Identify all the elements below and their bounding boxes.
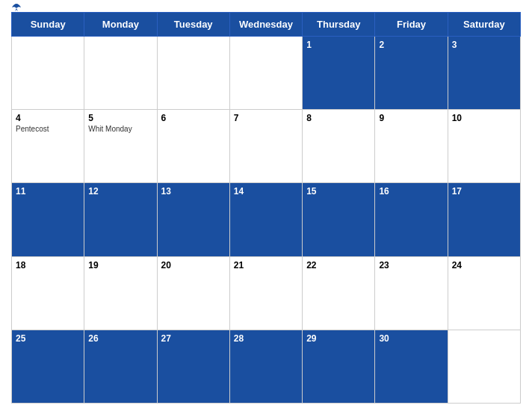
calendar-cell: 25: [12, 330, 84, 403]
day-number: 9: [379, 113, 443, 123]
day-number: 27: [161, 333, 226, 344]
holiday-label: Whit Monday: [88, 125, 152, 133]
day-number: 2: [379, 40, 443, 50]
day-number: 6: [161, 113, 226, 123]
calendar-cell: 10: [448, 110, 520, 183]
calendar-header-row: SundayMondayTuesdayWednesdayThursdayFrid…: [12, 13, 521, 37]
day-number: 19: [88, 260, 152, 271]
day-header-monday: Monday: [84, 13, 157, 37]
calendar-cell: 18: [12, 256, 84, 330]
day-number: 11: [16, 186, 80, 197]
day-header-thursday: Thursday: [303, 13, 375, 37]
calendar-cell: [448, 330, 520, 403]
day-number: 1: [306, 40, 371, 50]
calendar-cell: 12: [84, 183, 157, 256]
calendar-cell: 24: [448, 256, 520, 330]
day-number: 14: [234, 186, 298, 197]
day-number: 16: [379, 186, 443, 197]
day-number: 30: [379, 333, 443, 344]
day-header-sunday: Sunday: [12, 13, 84, 37]
day-number: 7: [234, 113, 298, 123]
logo: [11, 3, 23, 12]
calendar-cell: 17: [448, 183, 520, 256]
calendar-cell: 5Whit Monday: [84, 110, 157, 183]
calendar-cell: 6: [157, 110, 229, 183]
calendar-week-row: 252627282930: [12, 330, 521, 403]
day-number: 25: [16, 333, 80, 344]
day-header-saturday: Saturday: [448, 13, 520, 37]
day-header-wednesday: Wednesday: [229, 13, 302, 37]
logo-blue-container: [11, 3, 23, 12]
calendar-cell: 14: [229, 183, 302, 256]
calendar-cell: 1: [303, 37, 375, 110]
day-number: 17: [452, 186, 516, 197]
calendar-cell: 23: [375, 256, 448, 330]
calendar-cell: [157, 37, 229, 110]
calendar-week-row: 4Pentecost5Whit Monday678910: [12, 110, 521, 183]
day-number: 8: [306, 113, 371, 123]
day-number: 3: [452, 40, 516, 50]
calendar-cell: 8: [303, 110, 375, 183]
calendar-cell: 20: [157, 256, 229, 330]
calendar-cell: 15: [303, 183, 375, 256]
day-number: 5: [88, 113, 152, 123]
calendar-cell: 28: [229, 330, 302, 403]
calendar-cell: [12, 37, 84, 110]
calendar-cell: 9: [375, 110, 448, 183]
day-number: 15: [306, 186, 371, 197]
day-number: 12: [88, 186, 152, 197]
calendar-cell: 30: [375, 330, 448, 403]
day-number: 28: [234, 333, 298, 344]
day-header-tuesday: Tuesday: [157, 13, 229, 37]
day-number: 26: [88, 333, 152, 344]
calendar-cell: 22: [303, 256, 375, 330]
calendar-week-row: 11121314151617: [12, 183, 521, 256]
day-number: 18: [16, 260, 80, 271]
calendar-cell: 27: [157, 330, 229, 403]
day-number: 24: [452, 260, 516, 271]
calendar-cell: 2: [375, 37, 448, 110]
calendar-week-row: 123: [12, 37, 521, 110]
calendar-table: SundayMondayTuesdayWednesdayThursdayFrid…: [11, 12, 521, 404]
calendar-cell: 21: [229, 256, 302, 330]
calendar-cell: 26: [84, 330, 157, 403]
calendar-cell: 29: [303, 330, 375, 403]
days-of-week-row: SundayMondayTuesdayWednesdayThursdayFrid…: [12, 13, 521, 37]
holiday-label: Pentecost: [16, 125, 80, 133]
day-number: 22: [306, 260, 371, 271]
day-number: 20: [161, 260, 226, 271]
day-number: 13: [161, 186, 226, 197]
logo-bird-icon: [11, 3, 22, 12]
day-number: 29: [306, 333, 371, 344]
calendar-cell: 11: [12, 183, 84, 256]
calendar-cell: 19: [84, 256, 157, 330]
calendar-cell: 16: [375, 183, 448, 256]
day-number: 4: [16, 113, 80, 123]
calendar-cell: [84, 37, 157, 110]
calendar-cell: 13: [157, 183, 229, 256]
calendar-cell: 4Pentecost: [12, 110, 84, 183]
calendar-cell: 7: [229, 110, 302, 183]
calendar-week-row: 18192021222324: [12, 256, 521, 330]
day-header-friday: Friday: [375, 13, 448, 37]
calendar-cell: 3: [448, 37, 520, 110]
day-number: 10: [452, 113, 516, 123]
calendar-body: 1234Pentecost5Whit Monday678910111213141…: [12, 37, 521, 404]
day-number: 23: [379, 260, 443, 271]
day-number: 21: [234, 260, 298, 271]
calendar-cell: [229, 37, 302, 110]
